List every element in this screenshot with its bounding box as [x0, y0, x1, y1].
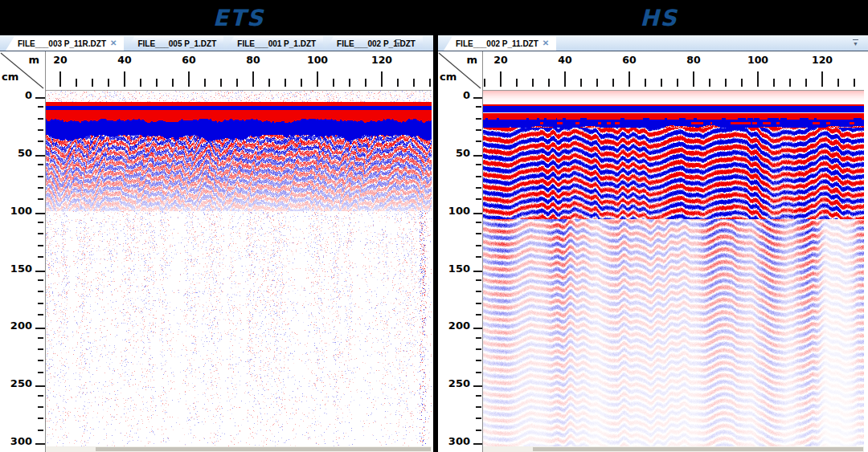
y-unit-label: cm: [440, 71, 457, 83]
tab-label: FILE___005 P_1.DZT: [137, 39, 216, 48]
tab-list-dropdown-icon[interactable]: ▼: [395, 39, 401, 47]
horizontal-ruler: 20406080100120: [483, 51, 864, 90]
tab-label: FILE___001 P_1.DZT: [237, 39, 316, 48]
tab-bar: FILE___003 P_11R.DZT ✕ FILE___005 P_1.DZ…: [0, 35, 433, 51]
y-unit-label: cm: [2, 71, 18, 83]
tab-file-002-p1[interactable]: FILE___002 P_1.DZT: [325, 36, 423, 51]
x-unit-label: m: [466, 54, 477, 66]
tab-file-003-p11r[interactable]: FILE___003 P_11R.DZT ✕: [6, 36, 124, 51]
panel-ets: FILE___003 P_11R.DZT ✕ FILE___005 P_1.DZ…: [0, 35, 433, 452]
scrollbar-thumb[interactable]: [96, 447, 431, 451]
radargram-canvas-ets[interactable]: [46, 90, 432, 447]
tab-file-001-p1[interactable]: FILE___001 P_1.DZT: [225, 36, 323, 51]
tab-bar: FILE___002 P_11.DZT ✕ ▼: [438, 35, 868, 51]
close-icon[interactable]: ✕: [542, 39, 549, 47]
app-root: { "ui": { "background_color": "#000000",…: [0, 0, 868, 452]
tab-file-002-p11[interactable]: FILE___002 P_11.DZT ✕: [444, 36, 556, 51]
left-view-title: ETS: [0, 0, 433, 35]
radargram-view: m cm 20406080100120 050100150200250300: [438, 51, 868, 452]
tab-label: FILE___002 P_11.DZT: [456, 39, 538, 48]
axis-corner: m cm: [0, 51, 45, 90]
right-view-title: HS: [438, 0, 868, 35]
tab-label: FILE___003 P_11R.DZT: [18, 39, 106, 48]
radargram-canvas-hs[interactable]: [483, 90, 864, 447]
tab-list-dropdown-icon[interactable]: ▼: [853, 39, 858, 47]
vertical-ruler: 050100150200250300: [438, 90, 483, 452]
horizontal-ruler: 20406080100120: [46, 51, 432, 90]
x-unit-label: m: [28, 54, 39, 66]
tab-file-005-p1[interactable]: FILE___005 P_1.DZT: [125, 36, 223, 51]
radargram-view: m cm 20406080100120 050100150200250300: [0, 51, 433, 452]
horizontal-scrollbar[interactable]: [483, 446, 864, 452]
close-icon[interactable]: ✕: [110, 39, 117, 47]
panel-hs: FILE___002 P_11.DZT ✕ ▼ m cm 20406080100…: [438, 35, 868, 452]
axis-corner: m cm: [438, 51, 483, 90]
scrollbar-thumb[interactable]: [533, 447, 863, 451]
tab-label: FILE___002 P_1.DZT: [337, 39, 416, 48]
vertical-ruler: 050100150200250300: [0, 90, 45, 452]
horizontal-scrollbar[interactable]: [46, 446, 432, 452]
